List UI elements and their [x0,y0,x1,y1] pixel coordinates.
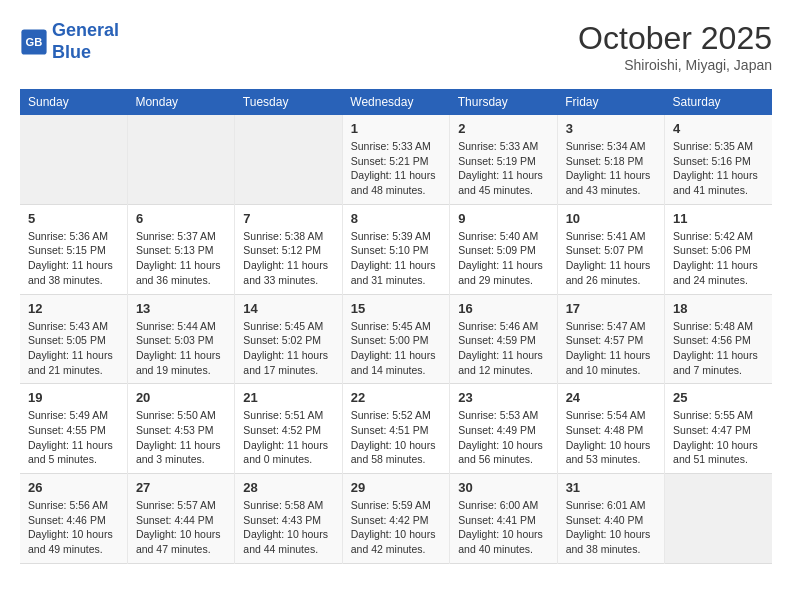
title-area: October 2025 Shiroishi, Miyagi, Japan [578,20,772,73]
day-number: 26 [28,480,119,495]
day-info: Sunrise: 5:46 AMSunset: 4:59 PMDaylight:… [458,319,548,378]
calendar-cell: 14Sunrise: 5:45 AMSunset: 5:02 PMDayligh… [235,294,342,384]
day-number: 17 [566,301,656,316]
weekday-header: Sunday [20,89,127,115]
day-info: Sunrise: 5:36 AMSunset: 5:15 PMDaylight:… [28,229,119,288]
day-info: Sunrise: 5:34 AMSunset: 5:18 PMDaylight:… [566,139,656,198]
calendar-cell: 1Sunrise: 5:33 AMSunset: 5:21 PMDaylight… [342,115,449,204]
logo-line2: Blue [52,42,119,64]
calendar-cell [20,115,127,204]
day-info: Sunrise: 5:45 AMSunset: 5:00 PMDaylight:… [351,319,441,378]
calendar-cell: 24Sunrise: 5:54 AMSunset: 4:48 PMDayligh… [557,384,664,474]
day-info: Sunrise: 5:45 AMSunset: 5:02 PMDaylight:… [243,319,333,378]
calendar-cell: 29Sunrise: 5:59 AMSunset: 4:42 PMDayligh… [342,474,449,564]
logo: GB General Blue [20,20,119,63]
day-info: Sunrise: 5:52 AMSunset: 4:51 PMDaylight:… [351,408,441,467]
day-info: Sunrise: 5:40 AMSunset: 5:09 PMDaylight:… [458,229,548,288]
day-number: 31 [566,480,656,495]
day-info: Sunrise: 5:57 AMSunset: 4:44 PMDaylight:… [136,498,226,557]
calendar-cell: 2Sunrise: 5:33 AMSunset: 5:19 PMDaylight… [450,115,557,204]
day-info: Sunrise: 5:53 AMSunset: 4:49 PMDaylight:… [458,408,548,467]
calendar-cell: 21Sunrise: 5:51 AMSunset: 4:52 PMDayligh… [235,384,342,474]
calendar-cell: 4Sunrise: 5:35 AMSunset: 5:16 PMDaylight… [665,115,772,204]
page-header: GB General Blue October 2025 Shiroishi, … [20,20,772,73]
calendar-cell: 26Sunrise: 5:56 AMSunset: 4:46 PMDayligh… [20,474,127,564]
location: Shiroishi, Miyagi, Japan [578,57,772,73]
day-number: 30 [458,480,548,495]
calendar-cell: 17Sunrise: 5:47 AMSunset: 4:57 PMDayligh… [557,294,664,384]
calendar-cell: 8Sunrise: 5:39 AMSunset: 5:10 PMDaylight… [342,204,449,294]
day-info: Sunrise: 5:47 AMSunset: 4:57 PMDaylight:… [566,319,656,378]
svg-text:GB: GB [26,36,43,48]
day-info: Sunrise: 6:01 AMSunset: 4:40 PMDaylight:… [566,498,656,557]
logo-line1: General [52,20,119,40]
day-number: 6 [136,211,226,226]
calendar-cell: 11Sunrise: 5:42 AMSunset: 5:06 PMDayligh… [665,204,772,294]
day-info: Sunrise: 5:35 AMSunset: 5:16 PMDaylight:… [673,139,764,198]
day-number: 28 [243,480,333,495]
day-number: 22 [351,390,441,405]
day-number: 12 [28,301,119,316]
calendar-cell: 27Sunrise: 5:57 AMSunset: 4:44 PMDayligh… [127,474,234,564]
calendar-week-row: 12Sunrise: 5:43 AMSunset: 5:05 PMDayligh… [20,294,772,384]
weekday-header: Monday [127,89,234,115]
day-number: 9 [458,211,548,226]
calendar-cell: 7Sunrise: 5:38 AMSunset: 5:12 PMDaylight… [235,204,342,294]
day-number: 5 [28,211,119,226]
day-number: 27 [136,480,226,495]
day-info: Sunrise: 5:44 AMSunset: 5:03 PMDaylight:… [136,319,226,378]
calendar-cell: 22Sunrise: 5:52 AMSunset: 4:51 PMDayligh… [342,384,449,474]
day-info: Sunrise: 5:56 AMSunset: 4:46 PMDaylight:… [28,498,119,557]
day-number: 16 [458,301,548,316]
day-info: Sunrise: 5:58 AMSunset: 4:43 PMDaylight:… [243,498,333,557]
day-info: Sunrise: 5:51 AMSunset: 4:52 PMDaylight:… [243,408,333,467]
day-info: Sunrise: 5:50 AMSunset: 4:53 PMDaylight:… [136,408,226,467]
calendar-cell: 15Sunrise: 5:45 AMSunset: 5:00 PMDayligh… [342,294,449,384]
weekday-header: Wednesday [342,89,449,115]
day-number: 3 [566,121,656,136]
day-number: 11 [673,211,764,226]
day-info: Sunrise: 5:39 AMSunset: 5:10 PMDaylight:… [351,229,441,288]
calendar-cell [665,474,772,564]
calendar-cell: 10Sunrise: 5:41 AMSunset: 5:07 PMDayligh… [557,204,664,294]
day-number: 29 [351,480,441,495]
day-number: 14 [243,301,333,316]
day-info: Sunrise: 5:33 AMSunset: 5:19 PMDaylight:… [458,139,548,198]
day-number: 13 [136,301,226,316]
weekday-header-row: SundayMondayTuesdayWednesdayThursdayFrid… [20,89,772,115]
calendar-cell: 28Sunrise: 5:58 AMSunset: 4:43 PMDayligh… [235,474,342,564]
day-number: 4 [673,121,764,136]
day-number: 25 [673,390,764,405]
day-number: 19 [28,390,119,405]
day-info: Sunrise: 5:43 AMSunset: 5:05 PMDaylight:… [28,319,119,378]
calendar-cell: 16Sunrise: 5:46 AMSunset: 4:59 PMDayligh… [450,294,557,384]
day-info: Sunrise: 5:42 AMSunset: 5:06 PMDaylight:… [673,229,764,288]
calendar-week-row: 1Sunrise: 5:33 AMSunset: 5:21 PMDaylight… [20,115,772,204]
day-info: Sunrise: 5:33 AMSunset: 5:21 PMDaylight:… [351,139,441,198]
day-info: Sunrise: 5:59 AMSunset: 4:42 PMDaylight:… [351,498,441,557]
day-info: Sunrise: 5:37 AMSunset: 5:13 PMDaylight:… [136,229,226,288]
calendar-cell: 19Sunrise: 5:49 AMSunset: 4:55 PMDayligh… [20,384,127,474]
weekday-header: Thursday [450,89,557,115]
day-number: 10 [566,211,656,226]
day-number: 20 [136,390,226,405]
day-info: Sunrise: 5:54 AMSunset: 4:48 PMDaylight:… [566,408,656,467]
weekday-header: Saturday [665,89,772,115]
calendar-cell: 9Sunrise: 5:40 AMSunset: 5:09 PMDaylight… [450,204,557,294]
calendar-cell: 30Sunrise: 6:00 AMSunset: 4:41 PMDayligh… [450,474,557,564]
calendar-cell [235,115,342,204]
calendar-cell: 12Sunrise: 5:43 AMSunset: 5:05 PMDayligh… [20,294,127,384]
day-info: Sunrise: 5:55 AMSunset: 4:47 PMDaylight:… [673,408,764,467]
weekday-header: Tuesday [235,89,342,115]
day-info: Sunrise: 6:00 AMSunset: 4:41 PMDaylight:… [458,498,548,557]
calendar-cell: 3Sunrise: 5:34 AMSunset: 5:18 PMDaylight… [557,115,664,204]
day-number: 24 [566,390,656,405]
day-number: 1 [351,121,441,136]
calendar-cell: 5Sunrise: 5:36 AMSunset: 5:15 PMDaylight… [20,204,127,294]
calendar-cell: 31Sunrise: 6:01 AMSunset: 4:40 PMDayligh… [557,474,664,564]
logo-icon: GB [20,28,48,56]
weekday-header: Friday [557,89,664,115]
calendar-cell: 6Sunrise: 5:37 AMSunset: 5:13 PMDaylight… [127,204,234,294]
calendar-table: SundayMondayTuesdayWednesdayThursdayFrid… [20,89,772,564]
calendar-cell: 18Sunrise: 5:48 AMSunset: 4:56 PMDayligh… [665,294,772,384]
